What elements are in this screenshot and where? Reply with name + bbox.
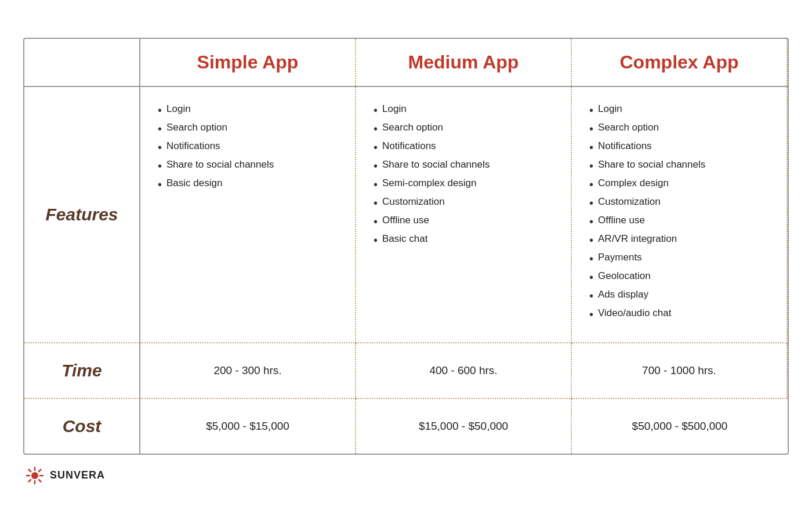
list-item: Customization [374,196,553,210]
features-medium-cell: LoginSearch optionNotificationsShare to … [356,87,572,343]
list-item: Login [158,103,338,117]
header-complex-app: Complex App [572,39,788,86]
svg-line-5 [29,469,31,472]
list-item: Offline use [589,215,769,229]
list-item: Geolocation [589,270,769,284]
list-item: Payments [589,252,769,266]
list-item: Semi-complex design [374,177,553,191]
cost-simple-value: $5,000 - $15,000 [206,420,289,433]
list-item: Search option [158,122,338,136]
list-item: Notifications [158,140,338,154]
list-item: Customization [589,196,769,210]
header-medium-app: Medium App [356,39,572,86]
comparison-table: Simple App Medium App Complex App Featur… [23,38,789,455]
svg-point-0 [31,472,38,479]
svg-line-6 [39,480,41,482]
list-item: Share to social channels [589,159,769,173]
features-medium-list: LoginSearch optionNotificationsShare to … [374,103,553,247]
list-item: Share to social channels [374,159,553,173]
cost-complex-value: $50,000 - $500,000 [632,420,728,433]
list-item: Complex design [589,177,769,191]
list-item: Notifications [374,140,553,154]
svg-line-7 [39,469,41,472]
medium-app-title: Medium App [408,52,519,73]
simple-app-title: Simple App [197,52,299,73]
time-row-label: Time [61,361,102,380]
features-simple-cell: LoginSearch optionNotificationsShare to … [140,87,356,343]
cost-simple-cell: $5,000 - $15,000 [140,399,356,454]
list-item: Basic design [158,177,338,191]
list-item: Offline use [374,215,553,229]
cost-medium-cell: $15,000 - $50,000 [356,399,572,454]
list-item: Search option [374,122,553,136]
time-complex-cell: 700 - 1000 hrs. [572,343,788,399]
sunvera-logo-text: SUNVERA [50,469,105,481]
header-empty-cell [24,39,140,86]
time-simple-value: 200 - 300 hrs. [213,364,281,377]
header-simple-app: Simple App [140,39,356,86]
time-medium-cell: 400 - 600 hrs. [356,343,572,399]
time-complex-value: 700 - 1000 hrs. [642,364,716,377]
list-item: Basic chat [374,233,553,247]
time-medium-value: 400 - 600 hrs. [429,364,497,377]
features-label-cell: Features [24,87,140,343]
list-item: Ads display [589,289,769,303]
list-item: Login [589,103,769,117]
list-item: Notifications [589,140,769,154]
list-item: Login [374,103,553,117]
footer: SUNVERA [23,466,789,485]
cost-complex-cell: $50,000 - $500,000 [572,399,788,454]
list-item: Video/audio chat [589,307,769,321]
time-label-cell: Time [24,343,140,399]
cost-medium-value: $15,000 - $50,000 [419,420,508,433]
svg-line-8 [29,480,31,482]
features-complex-cell: LoginSearch optionNotificationsShare to … [572,87,788,343]
time-simple-cell: 200 - 300 hrs. [140,343,356,399]
cost-row-label: Cost [63,416,102,436]
features-simple-list: LoginSearch optionNotificationsShare to … [158,103,338,191]
sunvera-logo-icon [26,466,44,485]
cost-label-cell: Cost [24,399,140,454]
list-item: Share to social channels [158,159,338,173]
list-item: Search option [589,122,769,136]
table-grid: Simple App Medium App Complex App Featur… [24,39,788,454]
features-row-label: Features [45,205,118,224]
features-complex-list: LoginSearch optionNotificationsShare to … [589,103,769,321]
complex-app-title: Complex App [619,52,738,73]
list-item: AR/VR integration [589,233,769,247]
